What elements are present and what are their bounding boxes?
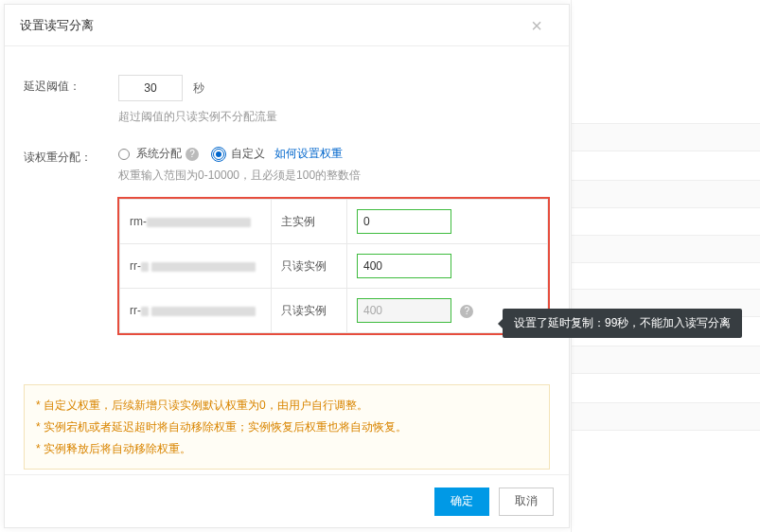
threshold-input[interactable]	[118, 75, 183, 101]
radio-system-label: 系统分配	[136, 146, 182, 162]
radio-custom[interactable]	[213, 149, 224, 160]
weight-table: rm- 主实例 rr- 只读实	[119, 199, 548, 333]
instance-id: rm-	[120, 200, 272, 244]
tooltip-delay-replication: 设置了延时复制：99秒，不能加入读写分离	[503, 309, 742, 338]
threshold-unit: 秒	[193, 81, 204, 95]
table-row: rm- 主实例	[120, 200, 548, 244]
instance-type: 只读实例	[272, 244, 347, 289]
notice-box: * 自定义权重，后续新增只读实例默认权重为0，由用户自行调整。 * 实例宕机或者…	[24, 384, 550, 470]
weight-input-disabled	[357, 298, 451, 323]
instance-type: 只读实例	[272, 289, 347, 333]
weight-input[interactable]	[357, 254, 451, 278]
notice-line: * 实例宕机或者延迟超时将自动移除权重；实例恢复后权重也将自动恢复。	[36, 417, 538, 438]
threshold-hint: 超过阈值的只读实例不分配流量	[118, 109, 550, 125]
instance-id: rr-	[120, 289, 272, 333]
weight-cell	[347, 200, 548, 244]
table-row: rr- 只读实例	[120, 244, 548, 289]
weight-input[interactable]	[357, 209, 451, 234]
weight-table-frame: rm- 主实例 rr- 只读实	[117, 197, 550, 335]
radio-system[interactable]	[118, 149, 130, 160]
table-row: rr- 只读实例 ?	[120, 289, 548, 333]
weight-help-link[interactable]: 如何设置权重	[274, 146, 343, 162]
weight-label: 读权重分配：	[24, 146, 118, 166]
dialog-title: 设置读写分离	[20, 18, 94, 32]
radio-custom-label: 自定义	[231, 146, 265, 162]
ok-button[interactable]: 确定	[434, 488, 489, 516]
close-icon[interactable]: ×	[516, 5, 557, 46]
cancel-button[interactable]: 取消	[499, 488, 554, 516]
notice-line: * 实例释放后将自动移除权重。	[36, 438, 538, 460]
help-icon[interactable]: ?	[460, 305, 473, 318]
instance-id: rr-	[120, 244, 272, 289]
weight-hint: 权重输入范围为0-10000，且必须是100的整数倍	[118, 168, 550, 184]
instance-type: 主实例	[272, 200, 347, 244]
dialog-read-write-split: 设置读写分离 × 延迟阈值： 秒 超过阈值的只读实例不分配流量 读权重分配： 系…	[4, 4, 570, 528]
help-icon[interactable]: ?	[186, 148, 199, 161]
threshold-label: 延迟阈值：	[24, 75, 118, 95]
notice-line: * 自定义权重，后续新增只读实例默认权重为0，由用户自行调整。	[36, 395, 538, 417]
weight-cell	[347, 244, 548, 289]
